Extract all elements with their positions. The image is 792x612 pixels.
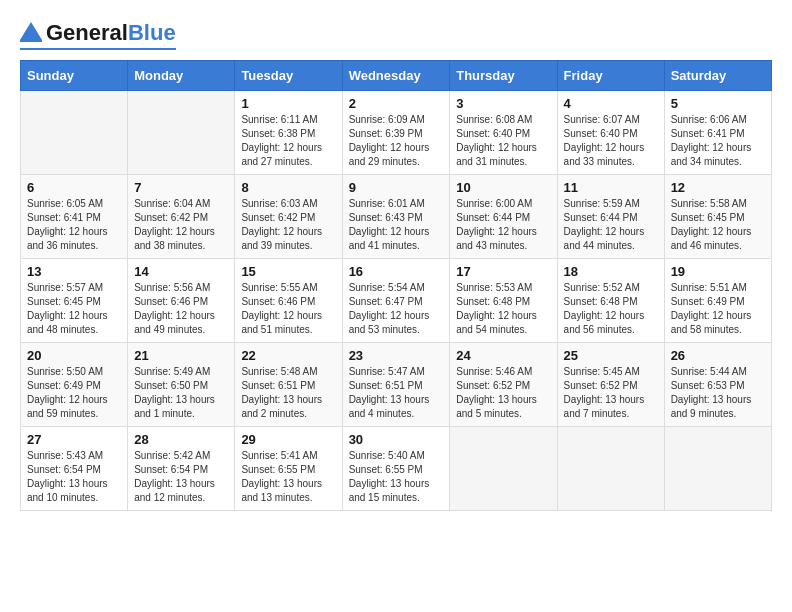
day-number: 14	[134, 264, 228, 279]
calendar-cell: 4Sunrise: 6:07 AMSunset: 6:40 PMDaylight…	[557, 91, 664, 175]
logo: GeneralBlue	[20, 20, 176, 50]
day-number: 1	[241, 96, 335, 111]
dow-sunday: Sunday	[21, 61, 128, 91]
day-number: 19	[671, 264, 765, 279]
day-info: Sunrise: 6:08 AMSunset: 6:40 PMDaylight:…	[456, 113, 550, 169]
day-number: 5	[671, 96, 765, 111]
calendar-cell	[450, 427, 557, 511]
calendar-cell: 30Sunrise: 5:40 AMSunset: 6:55 PMDayligh…	[342, 427, 450, 511]
calendar-cell: 12Sunrise: 5:58 AMSunset: 6:45 PMDayligh…	[664, 175, 771, 259]
day-info: Sunrise: 6:01 AMSunset: 6:43 PMDaylight:…	[349, 197, 444, 253]
day-info: Sunrise: 5:52 AMSunset: 6:48 PMDaylight:…	[564, 281, 658, 337]
day-number: 7	[134, 180, 228, 195]
calendar-cell: 19Sunrise: 5:51 AMSunset: 6:49 PMDayligh…	[664, 259, 771, 343]
day-number: 27	[27, 432, 121, 447]
calendar-cell: 3Sunrise: 6:08 AMSunset: 6:40 PMDaylight…	[450, 91, 557, 175]
calendar-cell: 5Sunrise: 6:06 AMSunset: 6:41 PMDaylight…	[664, 91, 771, 175]
calendar-cell: 9Sunrise: 6:01 AMSunset: 6:43 PMDaylight…	[342, 175, 450, 259]
day-number: 16	[349, 264, 444, 279]
day-info: Sunrise: 5:56 AMSunset: 6:46 PMDaylight:…	[134, 281, 228, 337]
day-number: 22	[241, 348, 335, 363]
calendar-cell: 1Sunrise: 6:11 AMSunset: 6:38 PMDaylight…	[235, 91, 342, 175]
calendar: SundayMondayTuesdayWednesdayThursdayFrid…	[20, 60, 772, 511]
calendar-cell: 11Sunrise: 5:59 AMSunset: 6:44 PMDayligh…	[557, 175, 664, 259]
day-info: Sunrise: 5:57 AMSunset: 6:45 PMDaylight:…	[27, 281, 121, 337]
day-info: Sunrise: 6:00 AMSunset: 6:44 PMDaylight:…	[456, 197, 550, 253]
day-number: 20	[27, 348, 121, 363]
day-info: Sunrise: 5:49 AMSunset: 6:50 PMDaylight:…	[134, 365, 228, 421]
calendar-cell: 7Sunrise: 6:04 AMSunset: 6:42 PMDaylight…	[128, 175, 235, 259]
calendar-cell: 2Sunrise: 6:09 AMSunset: 6:39 PMDaylight…	[342, 91, 450, 175]
calendar-cell: 14Sunrise: 5:56 AMSunset: 6:46 PMDayligh…	[128, 259, 235, 343]
calendar-cell	[664, 427, 771, 511]
dow-tuesday: Tuesday	[235, 61, 342, 91]
calendar-cell: 29Sunrise: 5:41 AMSunset: 6:55 PMDayligh…	[235, 427, 342, 511]
day-info: Sunrise: 5:46 AMSunset: 6:52 PMDaylight:…	[456, 365, 550, 421]
calendar-cell: 10Sunrise: 6:00 AMSunset: 6:44 PMDayligh…	[450, 175, 557, 259]
calendar-cell: 8Sunrise: 6:03 AMSunset: 6:42 PMDaylight…	[235, 175, 342, 259]
day-info: Sunrise: 6:09 AMSunset: 6:39 PMDaylight:…	[349, 113, 444, 169]
day-number: 4	[564, 96, 658, 111]
day-number: 25	[564, 348, 658, 363]
calendar-cell: 18Sunrise: 5:52 AMSunset: 6:48 PMDayligh…	[557, 259, 664, 343]
calendar-cell: 22Sunrise: 5:48 AMSunset: 6:51 PMDayligh…	[235, 343, 342, 427]
day-info: Sunrise: 5:45 AMSunset: 6:52 PMDaylight:…	[564, 365, 658, 421]
calendar-cell: 21Sunrise: 5:49 AMSunset: 6:50 PMDayligh…	[128, 343, 235, 427]
day-info: Sunrise: 5:58 AMSunset: 6:45 PMDaylight:…	[671, 197, 765, 253]
calendar-cell: 16Sunrise: 5:54 AMSunset: 6:47 PMDayligh…	[342, 259, 450, 343]
day-info: Sunrise: 5:55 AMSunset: 6:46 PMDaylight:…	[241, 281, 335, 337]
day-number: 10	[456, 180, 550, 195]
day-number: 2	[349, 96, 444, 111]
day-info: Sunrise: 5:40 AMSunset: 6:55 PMDaylight:…	[349, 449, 444, 505]
day-number: 21	[134, 348, 228, 363]
day-info: Sunrise: 6:07 AMSunset: 6:40 PMDaylight:…	[564, 113, 658, 169]
day-number: 30	[349, 432, 444, 447]
day-info: Sunrise: 6:11 AMSunset: 6:38 PMDaylight:…	[241, 113, 335, 169]
logo-display: GeneralBlue	[20, 20, 176, 46]
day-number: 13	[27, 264, 121, 279]
day-number: 29	[241, 432, 335, 447]
page-header: GeneralBlue	[20, 20, 772, 50]
dow-saturday: Saturday	[664, 61, 771, 91]
logo-text: GeneralBlue	[46, 21, 176, 45]
day-info: Sunrise: 5:47 AMSunset: 6:51 PMDaylight:…	[349, 365, 444, 421]
day-number: 8	[241, 180, 335, 195]
calendar-cell	[21, 91, 128, 175]
calendar-cell: 27Sunrise: 5:43 AMSunset: 6:54 PMDayligh…	[21, 427, 128, 511]
day-number: 6	[27, 180, 121, 195]
day-info: Sunrise: 5:44 AMSunset: 6:53 PMDaylight:…	[671, 365, 765, 421]
day-number: 11	[564, 180, 658, 195]
day-number: 28	[134, 432, 228, 447]
calendar-cell: 23Sunrise: 5:47 AMSunset: 6:51 PMDayligh…	[342, 343, 450, 427]
logo-icon	[20, 20, 42, 46]
dow-thursday: Thursday	[450, 61, 557, 91]
day-info: Sunrise: 6:05 AMSunset: 6:41 PMDaylight:…	[27, 197, 121, 253]
day-number: 23	[349, 348, 444, 363]
calendar-cell: 26Sunrise: 5:44 AMSunset: 6:53 PMDayligh…	[664, 343, 771, 427]
day-info: Sunrise: 6:03 AMSunset: 6:42 PMDaylight:…	[241, 197, 335, 253]
day-info: Sunrise: 5:41 AMSunset: 6:55 PMDaylight:…	[241, 449, 335, 505]
day-info: Sunrise: 5:51 AMSunset: 6:49 PMDaylight:…	[671, 281, 765, 337]
svg-marker-0	[20, 22, 42, 40]
day-number: 18	[564, 264, 658, 279]
day-info: Sunrise: 6:06 AMSunset: 6:41 PMDaylight:…	[671, 113, 765, 169]
dow-friday: Friday	[557, 61, 664, 91]
calendar-cell	[557, 427, 664, 511]
calendar-cell	[128, 91, 235, 175]
calendar-cell: 28Sunrise: 5:42 AMSunset: 6:54 PMDayligh…	[128, 427, 235, 511]
day-number: 15	[241, 264, 335, 279]
calendar-cell: 20Sunrise: 5:50 AMSunset: 6:49 PMDayligh…	[21, 343, 128, 427]
day-number: 26	[671, 348, 765, 363]
day-info: Sunrise: 5:59 AMSunset: 6:44 PMDaylight:…	[564, 197, 658, 253]
day-info: Sunrise: 5:48 AMSunset: 6:51 PMDaylight:…	[241, 365, 335, 421]
dow-wednesday: Wednesday	[342, 61, 450, 91]
day-number: 17	[456, 264, 550, 279]
calendar-cell: 25Sunrise: 5:45 AMSunset: 6:52 PMDayligh…	[557, 343, 664, 427]
calendar-cell: 24Sunrise: 5:46 AMSunset: 6:52 PMDayligh…	[450, 343, 557, 427]
day-info: Sunrise: 5:50 AMSunset: 6:49 PMDaylight:…	[27, 365, 121, 421]
day-info: Sunrise: 6:04 AMSunset: 6:42 PMDaylight:…	[134, 197, 228, 253]
calendar-cell: 13Sunrise: 5:57 AMSunset: 6:45 PMDayligh…	[21, 259, 128, 343]
day-number: 9	[349, 180, 444, 195]
day-number: 3	[456, 96, 550, 111]
calendar-cell: 15Sunrise: 5:55 AMSunset: 6:46 PMDayligh…	[235, 259, 342, 343]
